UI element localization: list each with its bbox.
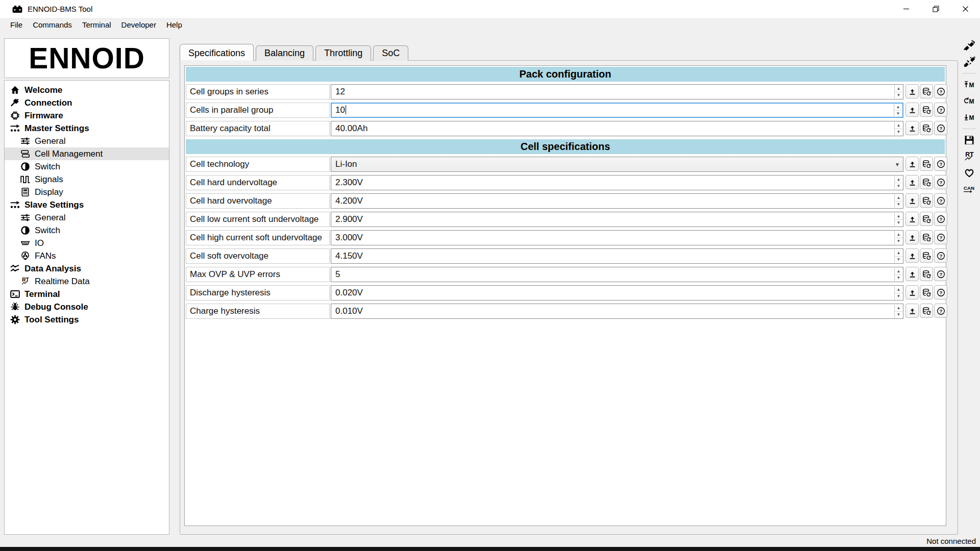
help-button[interactable]: ? [934,157,947,171]
sidebar-item-terminal[interactable]: Terminal [5,288,169,300]
sidebar-item-switch[interactable]: Switch [5,224,169,237]
restore-default-button[interactable] [920,267,933,281]
discharge-hysteresis-input[interactable]: 0.020V▲▼ [331,285,903,300]
spin-up-icon[interactable]: ▲ [894,104,902,111]
spin-down-icon[interactable]: ▼ [895,293,902,300]
restore-default-button[interactable] [920,212,933,226]
cell-hard-overvoltage-input[interactable]: 4.200V▲▼ [331,193,903,209]
write-value-button[interactable] [905,175,919,189]
help-button[interactable]: ? [934,248,947,263]
tab-throttling[interactable]: Throttling [315,45,371,61]
restore-default-button[interactable] [920,121,933,135]
help-button[interactable]: ? [934,212,947,226]
help-button[interactable]: ? [934,285,947,299]
spin-up-icon[interactable]: ▲ [895,305,902,312]
restore-default-button[interactable] [920,175,933,189]
spin-down-icon[interactable]: ▼ [895,238,902,245]
spin-down-icon[interactable]: ▼ [895,220,902,227]
save-button[interactable] [961,133,978,147]
tab-soc[interactable]: SoC [373,45,408,61]
read-master-button[interactable]: M [961,110,978,124]
restore-icon[interactable] [921,0,950,18]
sidebar-item-tool-settings[interactable]: Tool Settings [5,313,169,326]
tab-specifications[interactable]: Specifications [180,44,254,61]
cell-hard-undervoltage-input[interactable]: 2.300V▲▼ [331,175,903,190]
sidebar-item-debug-console[interactable]: Debug Console [5,300,169,313]
spin-up-icon[interactable]: ▲ [895,122,902,129]
spin-down-icon[interactable]: ▼ [894,111,902,117]
sidebar-item-realtime-data[interactable]: RT Realtime Data [5,275,169,288]
battery-capacity-total-input[interactable]: 40.00Ah▲▼ [331,121,903,136]
restore-default-button[interactable] [920,193,933,208]
disconnect-button[interactable] [961,55,978,68]
menu-help[interactable]: Help [161,18,187,31]
menu-developer[interactable]: Developer [116,18,161,31]
sidebar-item-connection[interactable]: Connection [5,96,169,109]
spin-up-icon[interactable]: ▲ [895,268,902,275]
restore-default-button[interactable] [920,285,933,299]
menu-file[interactable]: File [5,18,28,31]
favorite-button[interactable] [961,166,978,180]
spin-down-icon[interactable]: ▼ [895,129,902,136]
menu-terminal[interactable]: Terminal [77,18,116,31]
sidebar-item-master-settings[interactable]: Master Settings [5,122,169,135]
spin-down-icon[interactable]: ▼ [895,257,902,263]
restore-default-button[interactable] [920,103,933,117]
sidebar-item-general[interactable]: General [5,135,169,147]
sidebar-item-data-analysis[interactable]: Data Analysis [5,262,169,275]
spin-down-icon[interactable]: ▼ [895,183,902,190]
reload-master-button[interactable]: M [961,94,978,108]
help-button[interactable]: ? [934,304,947,318]
write-master-button[interactable]: M [961,78,978,91]
menu-commands[interactable]: Commands [28,18,77,31]
sidebar-item-welcome[interactable]: Welcome [5,84,169,96]
restore-default-button[interactable] [920,304,933,318]
restore-default-button[interactable] [920,248,933,263]
help-button[interactable]: ? [934,230,947,244]
close-icon[interactable] [950,0,980,18]
help-button[interactable]: ? [934,121,947,135]
write-value-button[interactable] [905,285,919,299]
write-value-button[interactable] [905,230,919,244]
sidebar-item-slave-settings[interactable]: Slave Settings [5,198,169,211]
spin-up-icon[interactable]: ▲ [895,213,902,220]
sidebar-item-io[interactable]: IO [5,237,169,249]
help-button[interactable]: ? [934,267,947,281]
write-value-button[interactable] [905,157,919,171]
sidebar-item-cell-management[interactable]: Cell Management [5,147,169,160]
write-value-button[interactable] [905,103,919,117]
spin-up-icon[interactable]: ▲ [895,85,902,92]
tab-balancing[interactable]: Balancing [256,45,313,61]
sidebar-item-fans[interactable]: FANs [5,249,169,262]
write-value-button[interactable] [905,212,919,226]
spin-up-icon[interactable]: ▲ [895,194,902,202]
cell-groups-in-series-input[interactable]: 12▲▼ [331,84,903,99]
can-forward-button[interactable]: CAN [961,182,978,196]
write-value-button[interactable] [905,304,919,318]
max-ovp-uvp-errors-input[interactable]: 5▲▼ [331,267,903,282]
spin-up-icon[interactable]: ▲ [895,286,902,293]
connect-button[interactable] [961,38,978,52]
restore-default-button[interactable] [920,230,933,244]
minimize-icon[interactable] [891,0,921,18]
restore-default-button[interactable] [920,157,933,171]
sidebar-item-firmware[interactable]: Firmware [5,109,169,122]
spin-up-icon[interactable]: ▲ [895,176,902,183]
write-value-button[interactable] [905,248,919,263]
dropdown-arrow-icon[interactable]: ▼ [895,157,900,171]
write-value-button[interactable] [905,193,919,208]
write-value-button[interactable] [905,84,919,98]
sidebar-item-general[interactable]: General [5,211,169,224]
spin-down-icon[interactable]: ▼ [895,275,902,282]
spin-down-icon[interactable]: ▼ [895,202,902,208]
cell-technology-input[interactable]: Li-Ion▼ [331,157,903,172]
sidebar-item-signals[interactable]: Signals [5,173,169,186]
restore-default-button[interactable] [920,84,933,98]
sidebar-item-display[interactable]: Display [5,186,169,198]
help-button[interactable]: ? [934,193,947,208]
charge-hysteresis-input[interactable]: 0.010V▲▼ [331,304,903,319]
spin-down-icon[interactable]: ▼ [895,92,902,99]
spin-up-icon[interactable]: ▲ [895,231,902,238]
spin-up-icon[interactable]: ▲ [895,249,902,257]
spin-down-icon[interactable]: ▼ [895,312,902,318]
